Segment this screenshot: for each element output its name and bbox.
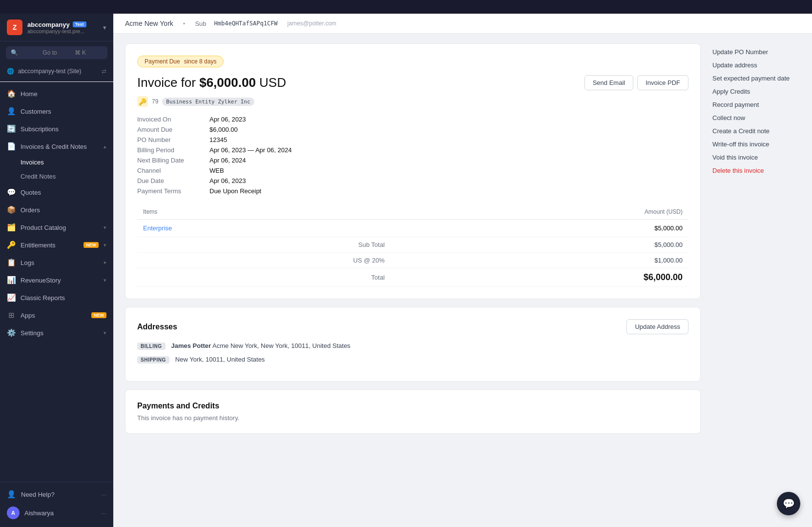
chat-icon: 💬 [783,498,795,509]
item-amount: $5,000.00 [391,220,688,237]
shipping-address-row: SHIPPING New York, 10011, United States [137,356,688,364]
update-address-action[interactable]: Update address [712,59,800,72]
transfer-icon: ⇄ [102,68,106,75]
subtotal-value: $5,000.00 [391,237,688,253]
search-icon: 🔍 [11,49,39,56]
sidebar-item-invoices-credit-notes[interactable]: 📄 Invoices & Credit Notes ▴ [0,138,113,155]
sidebar-item-apps[interactable]: ⊞ Apps NEW [0,306,113,324]
entity-icon: 🔑 [137,96,148,107]
quotes-icon: 💬 [7,188,16,197]
chevron-down-icon[interactable]: ▾ [103,24,106,31]
item-link[interactable]: Enterprise [143,224,172,232]
sidebar-item-label: Logs [21,259,99,266]
entity-num: 79 [152,98,158,105]
need-help-item[interactable]: 👤 Need Help? ··· [0,486,113,503]
collect-now-action[interactable]: Collect now [712,111,800,124]
chat-button[interactable]: 💬 [777,492,800,515]
orders-icon: 📦 [7,205,16,214]
brand-icon: Z [7,20,22,35]
chevron-down-icon: ▾ [104,260,106,266]
sidebar-item-customers[interactable]: 👤 Customers [0,102,113,120]
tax-row: US @ 20% $1,000.00 [137,253,688,268]
sidebar-header[interactable]: Z abccompanyy Test abccompanyy-test.pre.… [0,14,113,41]
more-button[interactable]: ··· [101,491,106,498]
sidebar-item-logs[interactable]: 📋 Logs ▾ [0,254,113,271]
sidebar-item-label: Classic Reports [21,294,106,302]
sidebar-item-label: RevenueStory [21,277,99,284]
header-email: james@potter.com [288,20,336,27]
payment-due-label: Payment Due [145,58,180,65]
chevron-down-icon: ▾ [104,330,106,336]
send-email-button[interactable]: Send Email [584,75,633,90]
detail-next-billing: Next Billing Date Apr 06, 2024 [137,157,688,164]
main-content: Acme New York • Sub Hmb4eQHTafSAPq1CFW j… [113,14,812,527]
create-credit-note-action[interactable]: Create a Credit note [712,124,800,138]
invoice-amount: $6,000.00 [199,75,256,90]
user-name: Aishwarya [24,509,54,517]
billing-name: James Potter [171,342,211,349]
sidebar-subitem-credit-notes[interactable]: Credit Notes [21,169,113,183]
avatar: A [7,507,20,519]
sidebar-item-site[interactable]: 🌐 abccompanyy-test (Site) ⇄ [0,64,113,79]
void-invoice-action[interactable]: Void this invoice [712,151,800,164]
sidebar-footer: 👤 Need Help? ··· A Aishwarya ··· [0,482,113,527]
write-off-action[interactable]: Write-off this invoice [712,138,800,151]
user-more-button[interactable]: ··· [101,509,106,517]
brand-info: abccompanyy Test abccompanyy-test.pre... [27,21,86,34]
sub-label: Sub [195,20,206,27]
detail-payment-terms: Payment Terms Due Upon Receipt [137,187,688,195]
sidebar-item-product-catalog[interactable]: 🗂️ Product Catalog ▾ [0,219,113,236]
brand[interactable]: Z abccompanyy Test abccompanyy-test.pre.… [7,20,86,35]
catalog-icon: 🗂️ [7,223,16,232]
content-header: Acme New York • Sub Hmb4eQHTafSAPq1CFW j… [113,14,812,34]
addresses-header: Addresses Update Address [137,319,688,334]
col-items: Items [137,204,391,220]
update-address-button[interactable]: Update Address [626,319,688,334]
sidebar-item-revenue-story[interactable]: 📊 RevenueStory ▾ [0,271,113,289]
entity-row: 🔑 79 Business Entity Zylker Inc [137,96,688,107]
sidebar-item-subscriptions[interactable]: 🔄 Subscriptions [0,120,113,138]
search-placeholder: Go to [42,49,70,56]
invoice-title-row: Invoice for $6,000.00 USD Send Email Inv… [137,75,688,90]
shipping-address: New York, 10011, United States [175,356,265,363]
sidebar-item-label: Quotes [21,189,106,196]
apply-credits-action[interactable]: Apply Credits [712,85,800,98]
detail-amount-due: Amount Due $6,000.00 [137,126,688,133]
invoice-pdf-button[interactable]: Invoice PDF [637,75,688,90]
detail-due-date: Due Date Apr 06, 2023 [137,177,688,184]
sidebar-item-label: Customers [21,108,106,115]
sidebar-item-label: Product Catalog [21,224,99,231]
tax-value: $1,000.00 [391,253,688,268]
user-item[interactable]: A Aishwarya ··· [0,503,113,523]
revenue-icon: 📊 [7,276,16,284]
delete-invoice-action[interactable]: Delete this invoice [712,164,800,177]
sidebar-subitem-invoices[interactable]: Invoices [21,155,113,169]
reports-icon: 📈 [7,293,16,302]
right-panel: Update PO Number Update address Set expe… [712,43,800,517]
record-payment-action[interactable]: Record payment [712,98,800,111]
sidebar-item-orders[interactable]: 📦 Orders [0,201,113,219]
sidebar-item-quotes[interactable]: 💬 Quotes [0,183,113,201]
set-payment-date-action[interactable]: Set expected payment date [712,72,800,85]
sub-code: Hmb4eQHTafSAPq1CFW [214,20,278,27]
entity-tag: Business Entity Zylker Inc [162,98,254,106]
sidebar-item-entitlements[interactable]: 🔑 Entitlements NEW ▾ [0,236,113,254]
sidebar-item-home[interactable]: 🏠 Home [0,85,113,102]
sidebar-item-label: Orders [21,206,106,214]
invoices-submenu: Invoices Credit Notes [0,155,113,183]
sidebar-item-classic-reports[interactable]: 📈 Classic Reports [0,289,113,306]
invoice-area: Payment Due since 8 days Invoice for $6,… [125,43,701,517]
brand-sub: abccompanyy-test.pre... [27,28,86,34]
new-badge-apps: NEW [91,312,106,318]
invoice-card: Payment Due since 8 days Invoice for $6,… [125,43,701,299]
test-badge: Test [73,21,86,27]
invoices-icon: 📄 [7,142,16,151]
addresses-card: Addresses Update Address BILLING James P… [125,307,701,382]
sidebar-item-label: Home [21,90,106,98]
sidebar-search[interactable]: 🔍 Go to ⌘ K [0,41,113,64]
search-box[interactable]: 🔍 Go to ⌘ K [6,46,107,59]
sidebar-item-settings[interactable]: ⚙️ Settings ▾ [0,324,113,342]
shipping-badge: SHIPPING [137,356,169,364]
update-po-action[interactable]: Update PO Number [712,45,800,59]
breadcrumb-customer[interactable]: Acme New York [125,20,173,27]
